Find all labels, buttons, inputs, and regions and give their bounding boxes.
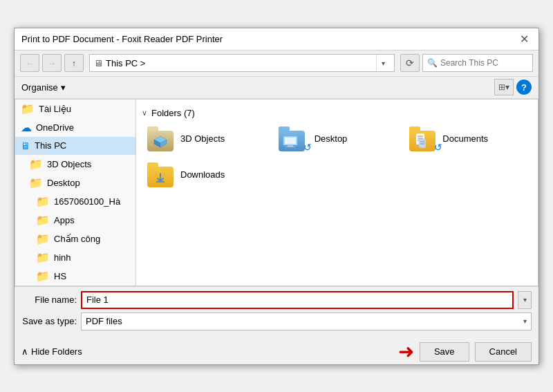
sidebar-item-3d-objects[interactable]: 📁 3D Objects: [15, 155, 135, 174]
savetype-row: Save as type: PDF files ▾: [21, 312, 532, 330]
red-arrow-icon: ➜: [398, 342, 414, 362]
view-icon: ⊞: [498, 82, 505, 92]
organise-bar: Organise ▾ ⊞ ▾ ?: [15, 77, 538, 99]
back-button[interactable]: ←: [20, 54, 39, 72]
up-button[interactable]: ↑: [64, 54, 84, 72]
sidebar-item-label: This PC: [35, 140, 66, 151]
savetype-dropdown-arrow: ▾: [523, 317, 527, 325]
title-bar: Print to PDF Document - Foxit Reader PDF…: [15, 28, 538, 50]
folder-icon: 📁: [29, 176, 43, 189]
folder-item-downloads[interactable]: Downloads: [142, 158, 270, 192]
folder-icon: 📁: [29, 158, 43, 171]
save-arrow-indicator: ➜: [398, 342, 414, 362]
sidebar-item-hs[interactable]: 📁 HS: [15, 267, 135, 286]
forward-button[interactable]: →: [42, 54, 62, 72]
folder-icon: 📁: [36, 214, 50, 227]
dialog-title: Print to PDF Document - Foxit Reader PDF…: [21, 34, 223, 44]
organise-label: Organise: [21, 82, 58, 93]
filename-label: File name:: [21, 295, 77, 305]
filename-input[interactable]: [81, 291, 514, 309]
folder-downloads-label: Downloads: [180, 169, 225, 180]
right-panel: ∨ Folders (7) 3D O: [136, 100, 538, 286]
save-button[interactable]: Save: [420, 342, 469, 362]
svg-rect-4: [285, 138, 296, 144]
main-content: 📁 Tài Liệu ☁ OneDrive 🖥 This PC 📁 3D Obj…: [15, 99, 538, 286]
left-panel: 📁 Tài Liệu ☁ OneDrive 🖥 This PC 📁 3D Obj…: [15, 100, 136, 286]
dialog-window: Print to PDF Document - Foxit Reader PDF…: [14, 28, 539, 365]
sidebar-item-label: Chấm công: [54, 234, 100, 244]
chevron-down-icon: ∨: [142, 109, 147, 118]
svg-rect-6: [285, 147, 295, 147]
address-text: This PC >: [106, 58, 373, 68]
downloads-folder-icon: [147, 162, 175, 187]
refresh-button[interactable]: ⟳: [400, 54, 420, 72]
folder-icon: 📁: [36, 270, 50, 283]
help-button[interactable]: ?: [516, 80, 532, 95]
view-toggle-button[interactable]: ⊞ ▾: [494, 79, 514, 95]
folder-icon: 📁: [36, 251, 50, 264]
sidebar-item-onedrive[interactable]: ☁ OneDrive: [15, 118, 135, 137]
sidebar-item-desktop[interactable]: 📁 Desktop: [15, 174, 135, 192]
filename-dropdown[interactable]: ▾: [518, 291, 532, 309]
desktop-folder-icon: ↺: [279, 127, 306, 151]
filename-row: File name: ▾: [21, 291, 532, 309]
sidebar-item-this-pc[interactable]: 🖥 This PC: [15, 137, 135, 155]
hide-folders-arrow-icon: ∧: [21, 346, 28, 357]
sidebar-item-label: 1657060100_Hà: [54, 196, 120, 207]
savetype-label: Save as type:: [21, 316, 77, 326]
sidebar-item-apps[interactable]: 📁 Apps: [15, 211, 135, 230]
close-button[interactable]: ✕: [516, 31, 532, 46]
sidebar-item-label: HS: [54, 271, 66, 281]
address-dropdown[interactable]: ▾: [376, 55, 390, 71]
sidebar-item-label: 3D Objects: [47, 159, 91, 169]
folder-3d-objects-label: 3D Objects: [180, 133, 225, 144]
hide-folders-button[interactable]: ∧ Hide Folders: [21, 346, 82, 357]
3d-objects-folder-icon: [147, 127, 175, 151]
pc-icon: 🖥: [94, 58, 103, 68]
sidebar-item-label: Desktop: [47, 178, 80, 188]
search-icon: 🔍: [427, 58, 438, 68]
onedrive-icon: ☁: [21, 121, 32, 134]
folder-desktop-label: Desktop: [315, 133, 348, 144]
folders-section-header[interactable]: ∨ Folders (7): [142, 105, 532, 122]
folder-icon: 📁: [36, 195, 50, 208]
svg-rect-14: [156, 181, 165, 183]
folders-grid: 3D Objects ↺ Desk: [142, 122, 532, 192]
folder-item-documents[interactable]: ↺ Documents: [404, 122, 532, 156]
bottom-form: File name: ▾ Save as type: PDF files ▾: [15, 286, 538, 338]
documents-folder-icon: ↺: [409, 127, 437, 151]
sidebar-item-label: hinh: [54, 252, 71, 263]
folder-item-3d-objects[interactable]: 3D Objects: [142, 122, 270, 156]
sidebar-item-label: OneDrive: [36, 122, 74, 133]
organise-button[interactable]: Organise ▾: [21, 82, 66, 93]
sidebar-item-tai-lieu[interactable]: 📁 Tài Liệu: [15, 100, 135, 118]
section-title: Folders (7): [151, 108, 195, 118]
cancel-button[interactable]: Cancel: [475, 342, 532, 362]
button-row: ∧ Hide Folders ➜ Save Cancel: [15, 338, 538, 364]
folder-item-desktop[interactable]: ↺ Desktop: [273, 122, 402, 156]
folder-icon: 📁: [36, 232, 50, 245]
action-buttons: ➜ Save Cancel: [398, 342, 532, 362]
savetype-select[interactable]: PDF files ▾: [81, 312, 532, 330]
toolbar: ← → ↑ 🖥 This PC > ▾ ⟳ 🔍: [15, 50, 538, 77]
view-controls: ⊞ ▾ ?: [494, 79, 532, 95]
thispc-icon: 🖥: [21, 140, 30, 151]
folder-documents-label: Documents: [442, 133, 488, 144]
sidebar-item-1657[interactable]: 📁 1657060100_Hà: [15, 192, 135, 211]
hide-folders-label: Hide Folders: [31, 346, 82, 357]
folder-icon: 📁: [21, 102, 35, 115]
sidebar-item-label: Apps: [54, 215, 75, 225]
search-input[interactable]: [440, 58, 544, 68]
savetype-value: PDF files: [86, 316, 122, 326]
search-box[interactable]: 🔍: [422, 54, 533, 72]
address-bar[interactable]: 🖥 This PC > ▾: [89, 54, 395, 72]
sidebar-item-cham-cong[interactable]: 📁 Chấm công: [15, 230, 135, 248]
sidebar-item-hinh[interactable]: 📁 hinh: [15, 248, 135, 267]
view-arrow-icon: ▾: [505, 82, 509, 92]
organise-dropdown-arrow: ▾: [61, 82, 66, 93]
svg-rect-5: [288, 145, 293, 147]
sidebar-item-label: Tài Liệu: [39, 104, 71, 114]
